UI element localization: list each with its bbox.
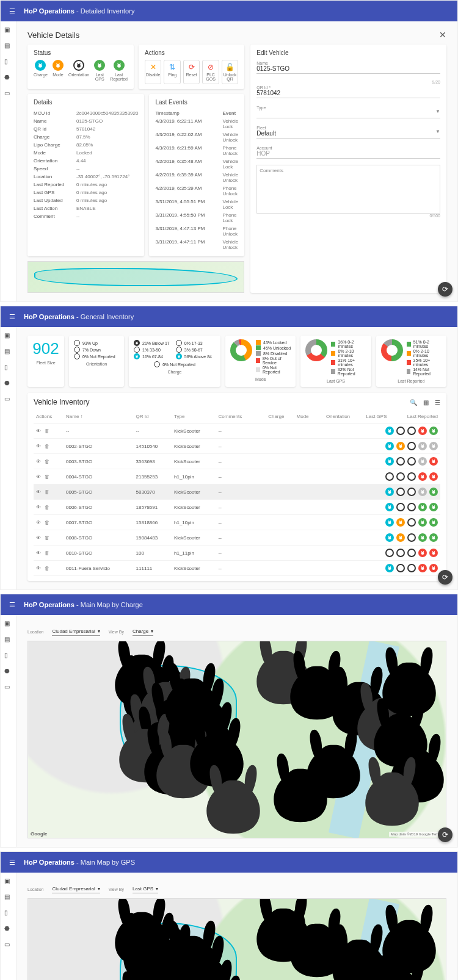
- table-row[interactable]: 👁🗑 0003-STGO 3563698 KickScooter --: [34, 454, 440, 469]
- nav-icon-clipboard[interactable]: ▤: [4, 893, 13, 902]
- col-mode[interactable]: Mode: [286, 410, 311, 423]
- col-comments[interactable]: Comments: [216, 410, 257, 423]
- delete-icon[interactable]: 🗑: [45, 566, 49, 571]
- nav-icon-map[interactable]: ▣: [4, 620, 13, 629]
- screen-general-inventory: ☰ HoP Operations - General Inventory ▣ ▤…: [0, 306, 458, 590]
- table-row[interactable]: 👁🗑 0011-Fuera Servicio 111111 KickScoote…: [34, 561, 440, 576]
- col-actions[interactable]: Actions: [34, 410, 64, 423]
- viewby-select[interactable]: Last GPS ▾: [133, 885, 158, 893]
- table-row[interactable]: 👁🗑 0002-STGO 14510540 KickScooter --: [34, 439, 440, 454]
- nav-icon-card[interactable]: ▭: [4, 90, 13, 98]
- nav-icon-card[interactable]: ▭: [4, 395, 13, 404]
- delete-icon[interactable]: 🗑: [45, 520, 49, 525]
- delete-icon[interactable]: 🗑: [45, 444, 49, 449]
- menu-icon[interactable]: ☰: [7, 601, 18, 609]
- col-qr[interactable]: QR Id: [134, 410, 172, 423]
- filter-icon[interactable]: ☰: [435, 399, 440, 406]
- col-lastgps[interactable]: Last GPS: [352, 410, 389, 423]
- name-input[interactable]: 0125-STGO: [256, 65, 440, 72]
- type-select[interactable]: Type ▼: [256, 104, 440, 118]
- nav-icon-clipboard[interactable]: ▤: [4, 42, 13, 51]
- nav-icon-shield[interactable]: ⬣: [4, 380, 13, 388]
- nav-icon-card[interactable]: ▭: [4, 683, 13, 692]
- col-lastrep[interactable]: Last Reported: [390, 410, 440, 423]
- col-name[interactable]: Name ↑: [64, 410, 134, 423]
- unlockqr-button[interactable]: 🔓Unlock QR: [222, 60, 238, 84]
- view-icon[interactable]: 👁: [36, 428, 41, 434]
- map-marker[interactable]: [402, 675, 416, 689]
- cell-type: KickScooter: [172, 439, 216, 454]
- table-row[interactable]: 👁🗑 -- -- KickScooter --: [34, 423, 440, 439]
- refresh-fab[interactable]: ⟳: [438, 282, 453, 297]
- table-row[interactable]: 👁🗑 0006-STGO 18578691 KickScooter --: [34, 500, 440, 515]
- col-charge[interactable]: Charge: [256, 410, 286, 423]
- nav-icon-phone[interactable]: ▯: [4, 652, 13, 660]
- menu-icon[interactable]: ☰: [7, 7, 18, 15]
- nav-icon-map[interactable]: ▣: [4, 26, 13, 35]
- ping-button[interactable]: ⇅Ping: [164, 60, 180, 84]
- delete-icon[interactable]: 🗑: [45, 474, 49, 480]
- col-type[interactable]: Type: [172, 410, 216, 423]
- map-canvas[interactable]: Google Map data ©2019 Google Terms: [27, 898, 446, 980]
- nav-icon-clipboard[interactable]: ▤: [4, 348, 13, 356]
- fleet-select[interactable]: Fleet Default ▼: [256, 124, 440, 139]
- view-icon[interactable]: 👁: [36, 520, 41, 525]
- nav-icon-shield[interactable]: ⬣: [4, 925, 13, 934]
- event-row: 4/3/2019, 6:21:59 AMPhone Unlock: [155, 144, 238, 157]
- view-icon[interactable]: 👁: [36, 505, 41, 510]
- view-icon[interactable]: 👁: [36, 444, 41, 449]
- view-icon[interactable]: 👁: [36, 489, 41, 495]
- events-title: Last Events: [155, 99, 238, 106]
- delete-icon[interactable]: 🗑: [45, 535, 49, 541]
- delete-icon[interactable]: 🗑: [45, 550, 49, 556]
- view-icon[interactable]: 👁: [36, 474, 41, 480]
- plcgos-button[interactable]: ⊘PLC GOS: [202, 60, 219, 84]
- nav-icon-clipboard[interactable]: ▤: [4, 636, 13, 644]
- table-row[interactable]: 👁🗑 0010-STGO 100 h1_11pin --: [34, 546, 440, 561]
- viewby-select[interactable]: Charge ▾: [133, 627, 153, 636]
- qr-input[interactable]: 5781042: [256, 90, 440, 96]
- close-icon[interactable]: ✕: [439, 30, 446, 40]
- columns-icon[interactable]: ▦: [423, 399, 429, 406]
- nav-icon-map[interactable]: ▣: [4, 332, 13, 340]
- nav-icon-phone[interactable]: ▯: [4, 58, 13, 67]
- reset-button[interactable]: ⟳Reset: [183, 60, 200, 84]
- delete-icon[interactable]: 🗑: [45, 428, 49, 434]
- nav-icon-shield[interactable]: ⬣: [4, 668, 13, 676]
- table-row[interactable]: 👁🗑 0007-STGO 15818866 h1_10pin --: [34, 515, 440, 530]
- nav-icon-phone[interactable]: ▯: [4, 909, 13, 918]
- table-row[interactable]: 👁🗑 0005-STGO 5830370 KickScooter --: [34, 485, 440, 500]
- table-row[interactable]: 👁🗑 0008-STGO 15084483 KickScooter --: [34, 530, 440, 546]
- nav-icon-phone[interactable]: ▯: [4, 364, 13, 372]
- comments-input[interactable]: Comments: [256, 165, 440, 214]
- map-marker[interactable]: [402, 932, 416, 946]
- location-select[interactable]: Ciudad Empresarial ▾: [52, 627, 100, 636]
- search-icon[interactable]: 🔍: [410, 399, 417, 406]
- menu-icon[interactable]: ☰: [7, 859, 18, 867]
- view-icon[interactable]: 👁: [36, 550, 41, 556]
- map-canvas[interactable]: Google Map data ©2019 Google Terms: [27, 641, 446, 838]
- detail-row: Comment--: [34, 212, 138, 220]
- table-row[interactable]: 👁🗑 0004-STGO 21355253 h1_10pin --: [34, 469, 440, 485]
- delete-icon[interactable]: 🗑: [45, 459, 49, 464]
- delete-icon[interactable]: 🗑: [45, 489, 49, 495]
- map-marker[interactable]: [385, 785, 399, 799]
- mini-map[interactable]: [27, 261, 244, 293]
- nav-icon-shield[interactable]: ⬣: [4, 74, 13, 82]
- disable-button[interactable]: ✕Disable: [145, 60, 161, 84]
- delete-icon[interactable]: 🗑: [45, 505, 49, 510]
- detail-row: Last Reported0 minutes ago: [34, 181, 138, 189]
- view-icon[interactable]: 👁: [36, 566, 41, 571]
- view-icon[interactable]: 👁: [36, 535, 41, 541]
- view-icon[interactable]: 👁: [36, 459, 41, 464]
- nav-icon-card[interactable]: ▭: [4, 941, 13, 949]
- nav-icon-map[interactable]: ▣: [4, 877, 13, 886]
- refresh-fab[interactable]: ⟳: [438, 570, 453, 585]
- refresh-fab[interactable]: ⟳: [438, 827, 453, 842]
- detail-row: Last Updated0 minutes ago: [34, 196, 138, 204]
- actions-title: Actions: [145, 49, 238, 56]
- col-orientation[interactable]: Orientation: [311, 410, 352, 423]
- location-select[interactable]: Ciudad Empresarial ▾: [52, 885, 100, 893]
- map-marker[interactable]: [227, 793, 241, 807]
- menu-icon[interactable]: ☰: [7, 313, 18, 321]
